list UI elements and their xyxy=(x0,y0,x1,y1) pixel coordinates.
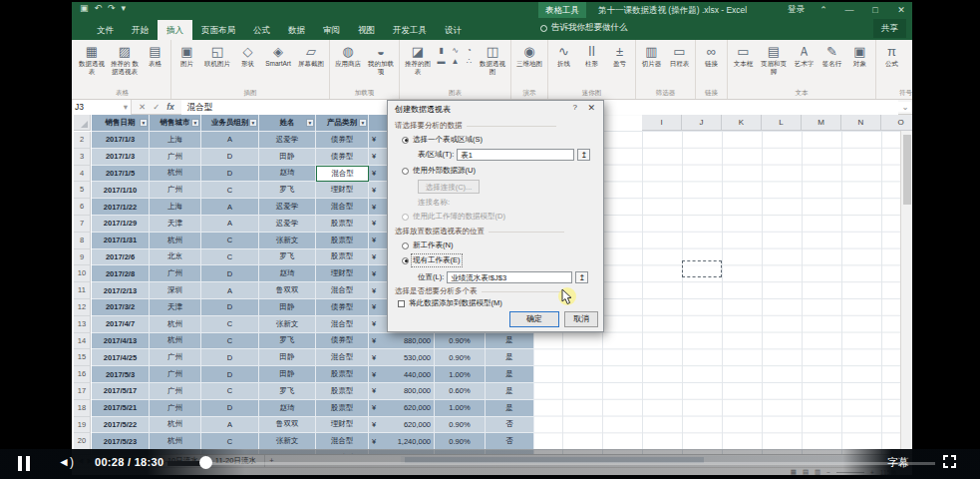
row-header-13[interactable]: 13 xyxy=(74,316,91,333)
cell-r16-name[interactable]: 田静 xyxy=(259,366,316,383)
table-header-4[interactable]: 姓名▾ xyxy=(259,115,316,132)
vertical-scrollbar[interactable] xyxy=(900,131,912,454)
filter-dropdown-icon[interactable]: ▾ xyxy=(191,119,199,127)
row-header-4[interactable]: 4 xyxy=(74,166,91,183)
row-header-19[interactable]: 19 xyxy=(74,417,91,434)
ribbon-tab-page-layout[interactable]: 页面布局 xyxy=(192,20,244,40)
row-header-18[interactable]: 18 xyxy=(74,400,91,417)
area-chart-icon[interactable]: ▲ xyxy=(449,57,462,67)
progress-track[interactable] xyxy=(167,462,935,465)
row-header-10[interactable]: 10 xyxy=(74,265,91,282)
cell-r4-group[interactable]: D xyxy=(201,166,259,183)
radio-select-table-range[interactable]: 选择一个表或区域(S) xyxy=(402,135,483,145)
pause-button[interactable] xyxy=(18,456,34,471)
tell-me-box[interactable]: 告诉我你想要做什么 xyxy=(540,22,628,34)
row-header-17[interactable]: 17 xyxy=(74,383,91,400)
cell-r19-amt[interactable]: ¥620,000 xyxy=(369,417,435,434)
cell-r8-name[interactable]: 张新文 xyxy=(259,233,316,249)
cell-r8-city[interactable]: 杭州 xyxy=(150,233,201,249)
table-header-2[interactable]: 销售城市▾ xyxy=(150,115,201,132)
row-header-3[interactable]: 3 xyxy=(74,149,91,166)
dialog-close-icon[interactable]: ✕ xyxy=(587,103,595,113)
cell-r7-date[interactable]: 2017/1/29 xyxy=(92,216,150,233)
row-header-20[interactable]: 20 xyxy=(74,433,91,450)
cell-r18-amt[interactable]: ¥620,000 xyxy=(369,400,435,417)
table-range-input[interactable]: 表1 xyxy=(457,149,574,161)
cell-r13-group[interactable]: C xyxy=(201,316,259,333)
ribbon-button-my-add-ins[interactable]: ◒我的加载项 xyxy=(365,42,397,75)
ribbon-button-timeline[interactable]: ▭日程表 xyxy=(666,42,693,68)
cell-r14-date[interactable]: 2017/4/13 xyxy=(92,333,150,350)
cell-r15-pct[interactable]: 0.90% xyxy=(435,349,486,366)
maximize-button[interactable]: □ xyxy=(868,5,882,15)
ribbon-button-sparkline-winloss[interactable]: ±盈亏 xyxy=(606,42,633,68)
cell-r12-cat[interactable]: 债券型 xyxy=(316,299,369,316)
cell-r11-city[interactable]: 深圳 xyxy=(150,282,201,299)
cell-r20-name[interactable]: 张新文 xyxy=(259,433,316,450)
cell-r3-city[interactable]: 广州 xyxy=(150,149,201,166)
cell-r13-city[interactable]: 杭州 xyxy=(150,316,201,333)
cell-r14-cat[interactable]: 债券型 xyxy=(316,333,369,350)
row-header-8[interactable]: 8 xyxy=(74,233,91,249)
cell-r16-amt[interactable]: ¥440,000 xyxy=(369,366,435,383)
cell-r18-pct[interactable]: 1.00% xyxy=(435,400,486,417)
cell-r20-amt[interactable]: ¥1,240,000 xyxy=(369,433,435,450)
line-chart-icon[interactable]: ∿ xyxy=(449,46,462,56)
ok-button[interactable]: 确定 xyxy=(509,311,559,327)
close-button[interactable]: ✕ xyxy=(894,5,908,15)
column-header-N[interactable]: N xyxy=(841,115,881,131)
cell-r13-date[interactable]: 2017/4/7 xyxy=(92,316,150,333)
cell-r13-name[interactable]: 张新文 xyxy=(259,316,316,333)
cell-r9-group[interactable]: C xyxy=(201,249,259,266)
filter-dropdown-icon[interactable]: ▾ xyxy=(359,119,367,127)
ribbon-button-store[interactable]: ◍应用商店 xyxy=(332,42,364,68)
cell-r7-name[interactable]: 迟爱学 xyxy=(259,216,316,233)
cell-r19-date[interactable]: 2017/5/22 xyxy=(92,417,150,434)
cell-r15-date[interactable]: 2017/4/25 xyxy=(92,349,150,366)
cell-r19-name[interactable]: 鲁双双 xyxy=(259,417,316,434)
row-header-5[interactable]: 5 xyxy=(74,182,91,199)
cell-r3-date[interactable]: 2017/1/3 xyxy=(92,149,150,166)
cell-r2-name[interactable]: 迟爱学 xyxy=(259,132,316,149)
cell-r18-group[interactable]: D xyxy=(201,400,259,417)
ribbon-display-options-icon[interactable]: ⌃ xyxy=(817,5,830,15)
column-header-L[interactable]: L xyxy=(762,115,802,131)
ribbon-button-recommended-pivot-tables[interactable]: ▨推荐的 数据透视表 xyxy=(109,42,141,75)
cell-r15-city[interactable]: 广州 xyxy=(150,349,201,366)
column-header-I[interactable]: I xyxy=(642,115,682,131)
cell-r16-flag[interactable]: 是 xyxy=(486,366,534,383)
ribbon-button-shapes[interactable]: ◇形状 xyxy=(234,42,261,68)
filter-dropdown-icon[interactable]: ▾ xyxy=(306,119,314,127)
ribbon-button-symbol[interactable]: Ω符号 xyxy=(906,42,912,68)
ribbon-button-screenshot[interactable]: ▱屏幕截图 xyxy=(295,42,327,68)
ribbon-tab-data[interactable]: 数据 xyxy=(279,20,314,40)
cell-r16-date[interactable]: 2017/5/3 xyxy=(92,366,150,383)
column-header-J[interactable]: J xyxy=(682,115,722,131)
ribbon-tab-home[interactable]: 开始 xyxy=(123,20,158,40)
cell-r12-date[interactable]: 2017/3/2 xyxy=(92,299,150,316)
row-header-2[interactable]: 2 xyxy=(74,132,91,149)
cell-r17-pct[interactable]: 0.60% xyxy=(435,383,486,400)
cell-r14-name[interactable]: 罗飞 xyxy=(259,333,316,350)
cell-r16-cat[interactable]: 股票型 xyxy=(316,366,369,383)
cell-r5-name[interactable]: 罗飞 xyxy=(259,182,316,199)
cell-r13-cat[interactable]: 混合型 xyxy=(316,316,369,333)
ribbon-tab-design[interactable]: 设计 xyxy=(436,20,471,40)
minimize-button[interactable]: — xyxy=(842,5,856,15)
radio-new-worksheet[interactable]: 新工作表(N) xyxy=(402,240,453,250)
ribbon-button-recommended-charts[interactable]: ◪推荐的图表 xyxy=(402,42,434,75)
row-header-11[interactable]: 11 xyxy=(74,282,91,299)
cell-r15-group[interactable]: D xyxy=(201,349,259,366)
cell-r20-city[interactable]: 杭州 xyxy=(150,433,201,450)
ribbon-button-pictures[interactable]: ▣图片 xyxy=(173,42,200,68)
dialog-help-icon[interactable]: ? xyxy=(573,103,577,112)
cell-r5-date[interactable]: 2017/1/10 xyxy=(92,182,150,199)
cell-r10-date[interactable]: 2017/2/8 xyxy=(92,265,150,282)
column-header-O[interactable]: O xyxy=(881,115,912,131)
cell-r19-cat[interactable]: 理财型 xyxy=(316,417,369,434)
cell-r7-city[interactable]: 天津 xyxy=(150,216,201,233)
ribbon-button-3d-map[interactable]: ◉三维地图 xyxy=(513,42,545,68)
ribbon-button-sparkline-column[interactable]: ⅼⅼ柱形 xyxy=(578,42,605,68)
cancel-button[interactable]: 取消 xyxy=(564,311,598,327)
radio-external-source[interactable]: 使用外部数据源(U) xyxy=(402,166,476,176)
